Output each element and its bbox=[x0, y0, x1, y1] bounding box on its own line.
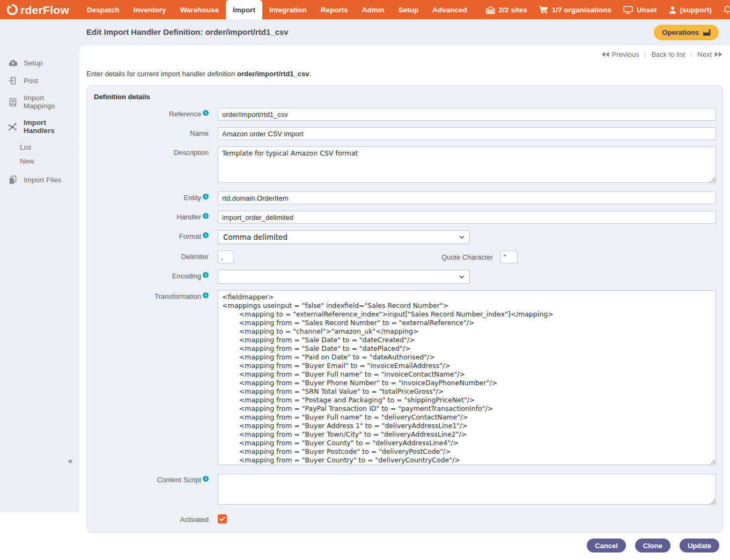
previous-label: Previous bbox=[612, 50, 639, 58]
delimiter-label: Delimiter bbox=[93, 250, 209, 261]
sites-label: 2/2 sites bbox=[499, 6, 527, 14]
description-textarea[interactable]: Template for typical Amazon CSV format bbox=[218, 146, 716, 183]
update-button[interactable]: Update bbox=[680, 539, 719, 552]
entity-label: Entity bbox=[93, 191, 209, 202]
notifications-button[interactable] bbox=[724, 5, 730, 14]
content-script-row: Content Script bbox=[93, 474, 716, 507]
delimiter-input[interactable] bbox=[218, 250, 234, 263]
operations-button[interactable]: Operations bbox=[654, 25, 719, 40]
info-icon[interactable] bbox=[203, 476, 209, 482]
nav-item-setup[interactable]: Setup bbox=[392, 0, 426, 19]
sidebar-label-import-mappings: Import Mappings bbox=[24, 94, 77, 110]
name-label: Name bbox=[93, 127, 209, 137]
factory-icon bbox=[703, 29, 711, 36]
previous-link[interactable]: Previous bbox=[601, 50, 639, 58]
transformation-label: Transformation bbox=[93, 290, 209, 300]
logo-circular-arrow-icon bbox=[6, 4, 18, 16]
activated-checkbox[interactable] bbox=[218, 514, 227, 524]
warehouse-icon bbox=[486, 6, 495, 14]
user-menu[interactable]: (support) bbox=[669, 6, 712, 14]
panel-title: Definition details bbox=[94, 93, 716, 101]
definition-details-panel: Definition details Reference Name Descri… bbox=[86, 85, 723, 533]
transformation-row: Transformation <fieldmapper> <mappings u… bbox=[93, 290, 716, 467]
name-input[interactable] bbox=[218, 127, 716, 140]
encoding-row: Encoding bbox=[93, 270, 716, 284]
next-link[interactable]: Next bbox=[697, 50, 722, 58]
navbar-right: 2/2 sites 1/7 organisations Unset (suppo… bbox=[474, 0, 730, 19]
info-icon[interactable] bbox=[203, 110, 209, 116]
info-icon[interactable] bbox=[203, 194, 209, 200]
nav-item-reports[interactable]: Reports bbox=[314, 0, 355, 19]
unset-label: Unset bbox=[637, 6, 657, 14]
quote-character-input[interactable] bbox=[500, 250, 518, 263]
sidebar-item-import-files[interactable]: Import Files bbox=[0, 171, 79, 189]
logo-text: rderFlow bbox=[20, 4, 69, 16]
sidebar-label-import-files: Import Files bbox=[24, 176, 62, 184]
files-copy-icon bbox=[8, 175, 18, 185]
nav-item-despatch[interactable]: Despatch bbox=[80, 0, 127, 19]
nav-item-inventory[interactable]: Inventory bbox=[127, 0, 173, 19]
sidebar-item-setup[interactable]: Setup bbox=[0, 54, 79, 72]
nav-item-admin[interactable]: Admin bbox=[355, 0, 392, 19]
info-icon[interactable] bbox=[203, 232, 209, 238]
sidebar-item-import-mappings[interactable]: Import Mappings bbox=[0, 90, 79, 114]
cancel-button[interactable]: Cancel bbox=[587, 539, 626, 552]
nav-item-warehouse[interactable]: Warehouse bbox=[173, 0, 226, 19]
sidebar-collapse-chevrons-icon[interactable]: « bbox=[65, 455, 75, 466]
sidebar-item-post[interactable]: Post bbox=[0, 72, 79, 90]
sidebar-subitem-list[interactable]: List bbox=[20, 140, 75, 154]
operations-label: Operations bbox=[662, 28, 699, 36]
chevron-down-icon bbox=[459, 235, 464, 239]
import-handlers-submenu: List New bbox=[20, 140, 75, 168]
format-label: Format bbox=[93, 230, 209, 240]
double-left-arrow-icon bbox=[601, 51, 609, 57]
reference-input[interactable] bbox=[218, 108, 716, 121]
clone-button[interactable]: Clone bbox=[635, 539, 670, 552]
app-logo[interactable]: rderFlow bbox=[0, 0, 77, 19]
entity-input[interactable] bbox=[218, 191, 716, 204]
user-label: (support) bbox=[680, 6, 712, 14]
entity-row: Entity bbox=[93, 191, 716, 204]
format-select[interactable]: Comma delimited bbox=[218, 230, 470, 244]
nav-item-advanced[interactable]: Advanced bbox=[425, 0, 474, 19]
transformation-textarea[interactable]: <fieldmapper> <mappings useinput = "fals… bbox=[218, 290, 716, 465]
cloud-upload-icon bbox=[8, 58, 18, 68]
intro-reference: order/import/rtd1_csv bbox=[237, 70, 309, 78]
content-script-label: Content Script bbox=[93, 474, 209, 484]
info-icon[interactable] bbox=[203, 213, 209, 219]
separator bbox=[691, 51, 691, 58]
unset-selector[interactable]: Unset bbox=[623, 6, 657, 14]
delimiter-quote-row: Delimiter Quote Character bbox=[93, 250, 716, 263]
back-to-list-link[interactable]: Back to list bbox=[651, 50, 685, 58]
next-label: Next bbox=[697, 50, 712, 58]
sidebar-item-import-handlers[interactable]: Import Handlers bbox=[0, 114, 79, 139]
monitor-icon bbox=[623, 6, 633, 14]
sidebar-label-post: Post bbox=[24, 77, 38, 85]
description-row: Description Template for typical Amazon … bbox=[93, 146, 716, 185]
content-script-textarea[interactable] bbox=[218, 474, 716, 505]
record-navigation: Previous Back to list Next bbox=[79, 46, 730, 58]
double-right-arrow-icon bbox=[714, 51, 722, 57]
quote-character-label: Quote Character bbox=[441, 253, 493, 261]
handler-label: Handler bbox=[93, 211, 209, 221]
top-navbar: rderFlow Despatch Inventory Warehouse Im… bbox=[0, 0, 730, 19]
nav-item-import[interactable]: Import bbox=[226, 0, 262, 19]
sites-selector[interactable]: 2/2 sites bbox=[486, 6, 527, 14]
mappings-book-icon bbox=[8, 98, 18, 107]
info-icon[interactable] bbox=[203, 272, 209, 278]
post-document-icon bbox=[8, 76, 18, 85]
intro-text: Enter details for current import handler… bbox=[86, 70, 723, 78]
chevron-down-icon bbox=[459, 275, 464, 278]
sidebar-subitem-new[interactable]: New bbox=[20, 154, 75, 168]
encoding-select[interactable] bbox=[218, 270, 470, 284]
sidebar-label-setup: Setup bbox=[24, 59, 42, 67]
reference-label: Reference bbox=[93, 108, 209, 118]
organisations-selector[interactable]: 1/7 organisations bbox=[539, 5, 611, 14]
bell-icon bbox=[724, 5, 730, 14]
sidebar-label-import-handlers: Import Handlers bbox=[24, 119, 77, 135]
form-actions: Cancel Clone Update bbox=[79, 539, 719, 552]
reference-row: Reference bbox=[93, 108, 716, 121]
info-icon[interactable] bbox=[203, 292, 209, 298]
handler-input[interactable] bbox=[218, 211, 716, 224]
nav-item-integration[interactable]: Integration bbox=[262, 0, 314, 19]
